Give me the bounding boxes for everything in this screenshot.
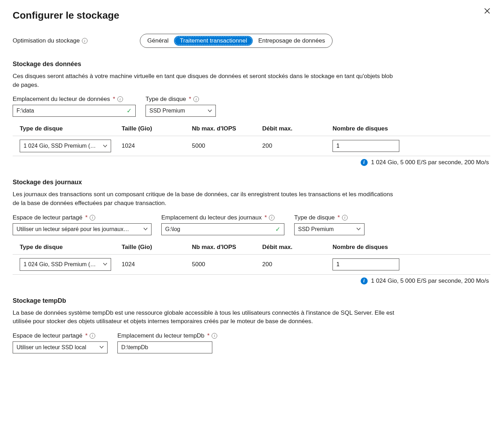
info-icon[interactable]: i [342,215,348,220]
data-storage-desc: Ces disques seront attachés à votre mach… [13,72,399,89]
info-icon[interactable]: i [90,215,95,220]
log-disk-table: Type de disque Taille (Gio) Nb max. d'IO… [13,240,490,275]
cell-iops: 5000 [185,136,255,156]
info-icon[interactable]: i [82,38,88,44]
col-disk-count: Nombre de disques [325,122,490,136]
summary-text: 1 024 Gio, 5 000 E/S par seconde, 200 Mo… [371,277,489,284]
info-icon: i [361,277,368,284]
chevron-down-icon [356,228,361,230]
col-throughput: Débit max. [255,240,325,255]
select-value: SSD Premium [298,226,334,232]
tempdb-shared-label: Espace de lecteur partagé* i [13,332,108,339]
tempdb-shared-select[interactable]: Utiliser un lecteur SSD local [13,341,108,353]
log-drive-input[interactable]: G:\log ✓ [161,223,284,235]
col-disk-count: Nombre de disques [325,240,490,255]
chevron-down-icon [103,263,107,265]
tempdb-storage-title: Stockage tempDb [13,297,490,305]
cell-throughput: 200 [255,254,325,274]
row-disk-type-select[interactable]: 1 024 Gio, SSD Premium (… [20,140,111,152]
log-storage-title: Stockage des journaux [13,179,490,186]
select-value: 1 024 Gio, SSD Premium (… [24,143,96,149]
col-iops: Nb max. d'IOPS [185,240,255,255]
info-icon[interactable]: i [117,96,123,102]
info-icon[interactable]: i [212,333,217,339]
page-title: Configurer le stockage [13,10,490,21]
input-value: G:\log [165,226,180,232]
label-text: Optimisation du stockage [13,37,80,44]
select-value: Utiliser un lecteur séparé pour les jour… [17,226,129,232]
tempdb-storage-desc: La base de données système tempDb est un… [13,309,399,326]
col-iops: Nb max. d'IOPS [185,122,255,136]
disk-count-input[interactable] [333,140,399,152]
check-icon: ✓ [275,225,280,233]
info-icon: i [361,159,368,166]
close-icon[interactable] [484,8,490,14]
select-value: Utiliser un lecteur SSD local [17,344,86,351]
info-icon[interactable]: i [90,333,95,339]
log-disk-type-label: Type de disque* i [294,214,365,221]
table-header-row: Type de disque Taille (Gio) Nb max. d'IO… [13,240,490,255]
tab-general[interactable]: Général [142,36,174,46]
data-storage-title: Stockage des données [13,60,490,68]
check-icon: ✓ [127,107,132,115]
row-disk-type-select[interactable]: 1 024 Gio, SSD Premium (… [20,258,111,271]
col-disk-type: Type de disque [13,240,115,255]
data-summary: i 1 024 Gio, 5 000 E/S par seconde, 200 … [13,159,490,166]
col-size: Taille (Gio) [115,240,185,255]
chevron-down-icon [208,110,212,112]
data-drive-label: Emplacement du lecteur de données* i [13,96,136,103]
tab-warehouse[interactable]: Entreposage de données [253,36,331,46]
chevron-down-icon [143,228,148,230]
chevron-down-icon [103,145,107,147]
cell-iops: 5000 [185,254,255,274]
log-summary: i 1 024 Gio, 5 000 E/S par seconde, 200 … [13,277,490,284]
chevron-down-icon [99,346,104,348]
table-header-row: Type de disque Taille (Gio) Nb max. d'IO… [13,122,490,136]
tempdb-drive-label: Emplacement du lecteur tempDb* i [117,332,217,339]
disk-count-input[interactable] [333,258,399,270]
select-value: 1 024 Gio, SSD Premium (… [24,261,96,268]
log-drive-label: Emplacement du lecteur des journaux* i [161,214,284,221]
tempdb-drive-input[interactable]: D:\tempDb [117,341,212,353]
log-shared-label: Espace de lecteur partagé* i [13,214,151,221]
storage-optimization-label: Optimisation du stockage i [13,37,140,44]
tab-transactional[interactable]: Traitement transactionnel [174,36,252,46]
log-storage-desc: Les journaux des transactions sont un co… [13,190,399,207]
data-disk-table: Type de disque Taille (Gio) Nb max. d'IO… [13,122,490,156]
table-row: 1 024 Gio, SSD Premium (… 1024 5000 200 [13,136,490,156]
table-row: 1 024 Gio, SSD Premium (… 1024 5000 200 [13,254,490,274]
select-value: SSD Premium [149,108,185,114]
log-disk-type-select[interactable]: SSD Premium [294,223,365,235]
cell-size: 1024 [115,254,185,274]
col-throughput: Débit max. [255,122,325,136]
input-value: D:\tempDb [121,344,148,351]
col-disk-type: Type de disque [13,122,115,136]
log-shared-select[interactable]: Utiliser un lecteur séparé pour les jour… [13,223,151,235]
col-size: Taille (Gio) [115,122,185,136]
info-icon[interactable]: i [193,96,199,102]
data-disk-type-label: Type de disque* i [146,96,216,103]
summary-text: 1 024 Gio, 5 000 E/S par seconde, 200 Mo… [371,159,489,166]
cell-throughput: 200 [255,136,325,156]
input-value: F:\data [17,108,34,114]
data-drive-input[interactable]: F:\data ✓ [13,105,136,117]
info-icon[interactable]: i [269,215,275,220]
data-disk-type-select[interactable]: SSD Premium [146,105,216,117]
cell-size: 1024 [115,136,185,156]
storage-optimization-tabs: Général Traitement transactionnel Entrep… [140,34,333,48]
